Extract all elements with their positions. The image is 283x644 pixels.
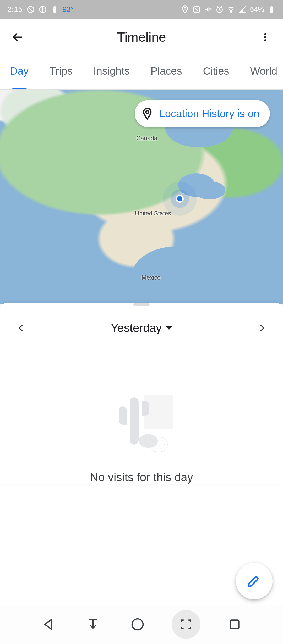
nav-back-icon — [41, 617, 56, 632]
svg-point-18 — [132, 619, 143, 630]
svg-point-6 — [184, 8, 186, 9]
sheet-drag-handle[interactable] — [133, 303, 150, 306]
svg-point-15 — [264, 36, 266, 38]
status-bar: 2:15 93° 64% — [0, 0, 283, 19]
battery-percentage: 64% — [250, 5, 264, 14]
battery-charging-icon — [51, 5, 59, 14]
location-icon — [181, 5, 189, 14]
tab-cities[interactable]: Cities — [203, 65, 229, 80]
date-dropdown[interactable]: Yesterday — [111, 321, 172, 335]
alarm-icon — [215, 5, 224, 14]
date-selector: Yesterday — [0, 306, 283, 350]
svg-rect-19 — [230, 620, 239, 629]
app-header: Timeline — [0, 19, 283, 55]
more-options-button[interactable] — [258, 30, 273, 45]
map-label-mexico: Mexico — [142, 274, 161, 281]
nav-back-button[interactable] — [38, 614, 59, 635]
empty-state-text: No visits for this day — [90, 471, 193, 484]
back-button[interactable] — [10, 30, 25, 45]
map-label-canada: Canada — [136, 135, 157, 142]
more-vert-icon — [260, 32, 270, 42]
svg-point-17 — [146, 111, 148, 113]
next-day-button[interactable] — [256, 322, 268, 334]
tab-bar: Day Trips Insights Places Cities World — [0, 55, 283, 90]
nav-recent-button[interactable] — [224, 614, 245, 635]
tab-day[interactable]: Day — [10, 65, 29, 80]
chevron-left-icon — [16, 323, 26, 333]
battery-icon — [267, 5, 276, 14]
tab-insights[interactable]: Insights — [94, 65, 130, 80]
map-water — [194, 181, 225, 199]
back-arrow-icon — [11, 31, 24, 44]
status-right: 64% — [181, 5, 276, 14]
nav-download-icon — [86, 617, 100, 632]
edit-fab[interactable] — [236, 563, 273, 599]
svg-point-11 — [231, 11, 232, 12]
tab-world[interactable]: World — [250, 65, 277, 80]
page-title: Timeline — [25, 30, 258, 45]
svg-point-16 — [264, 39, 266, 41]
bottom-sheet: Yesterday No visits for this day — [0, 303, 283, 484]
svg-point-3 — [42, 8, 43, 9]
mute-vibrate-icon — [204, 5, 212, 14]
status-time: 2:15 — [7, 5, 23, 14]
tab-trips[interactable]: Trips — [50, 65, 72, 80]
status-temperature: 93° — [63, 5, 74, 14]
empty-state: No visits for this day — [0, 350, 283, 484]
edit-pencil-icon — [247, 574, 261, 588]
map-label-us: United States — [135, 210, 171, 217]
nav-screenshot-button[interactable] — [172, 610, 200, 639]
wifi-icon — [227, 5, 235, 14]
nav-recent-icon — [227, 617, 242, 632]
svg-point-14 — [264, 33, 266, 35]
svg-rect-12 — [270, 7, 273, 13]
location-history-chip[interactable]: Location History is on — [135, 100, 270, 127]
nfc-icon — [192, 5, 201, 14]
dropdown-caret-icon — [166, 326, 172, 330]
status-left: 2:15 93° — [7, 5, 74, 14]
svg-rect-5 — [54, 6, 55, 7]
signal-icon — [238, 5, 247, 14]
system-nav-bar — [0, 605, 283, 644]
no-rotate-icon — [26, 5, 35, 14]
nav-screenshot-icon — [179, 617, 193, 632]
accessibility-icon — [39, 5, 47, 14]
nav-home-icon — [130, 617, 145, 632]
nav-home-button[interactable] — [127, 614, 148, 635]
selected-date-text: Yesterday — [111, 321, 162, 335]
tab-places[interactable]: Places — [150, 65, 182, 80]
prev-day-button[interactable] — [15, 322, 27, 334]
svg-line-1 — [29, 7, 33, 12]
empty-state-illustration — [105, 382, 178, 455]
chevron-right-icon — [257, 323, 267, 333]
map-view[interactable]: Canada United States Mexico Location His… — [0, 90, 283, 304]
svg-rect-13 — [271, 6, 272, 7]
current-location-dot — [176, 195, 184, 203]
location-chip-text: Location History is on — [159, 108, 259, 120]
location-pin-icon — [141, 107, 154, 120]
nav-download-button[interactable] — [83, 614, 104, 635]
